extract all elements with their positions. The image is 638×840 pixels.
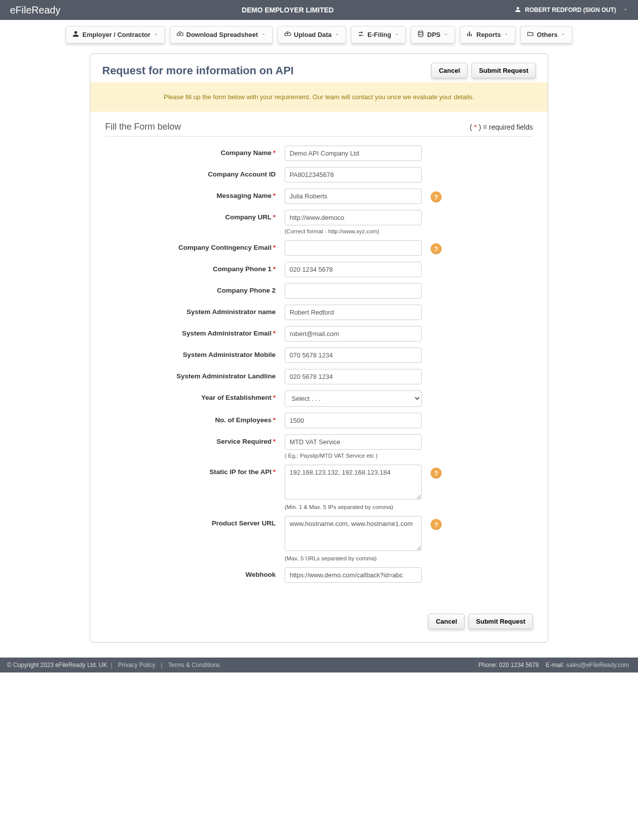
chevron-down-icon: [504, 31, 509, 38]
label-phone2: Company Phone 2: [105, 283, 285, 294]
submit-button-bottom[interactable]: Submit Request: [469, 614, 533, 629]
chevron-down-icon: [334, 31, 339, 38]
nav-others[interactable]: Others: [520, 26, 572, 43]
panel-title: Request for more information on API: [102, 64, 294, 77]
messaging-name-input[interactable]: [285, 188, 422, 204]
label-static-ip: Static IP for the API*: [105, 465, 285, 476]
label-admin-mobile: System Administrator Mobile: [105, 347, 285, 358]
year-est-select[interactable]: Select . . .: [285, 390, 422, 407]
label-admin-email: System Administrator Email*: [105, 326, 285, 337]
chevron-down-icon: [394, 31, 399, 38]
label-admin-landline: System Administrator Landline: [105, 369, 285, 380]
cancel-button[interactable]: Cancel: [431, 63, 468, 78]
folder-open-icon: [527, 30, 534, 39]
static-ip-textarea[interactable]: [285, 465, 422, 500]
footer-phone: 020 1234 5678: [499, 662, 539, 669]
company-url-hint: (Correct format - http://www.xyz.com): [285, 228, 422, 234]
phone2-input[interactable]: [285, 283, 422, 299]
account-id-input: [285, 167, 422, 182]
bar-chart-icon: [467, 30, 474, 39]
label-company-url: Company URL*: [105, 210, 285, 221]
admin-email-input[interactable]: [285, 326, 422, 341]
user-label: ROBERT REDFORD (SIGN OUT): [525, 6, 616, 13]
info-banner: Please fill up the form below with your …: [90, 82, 548, 112]
user-menu[interactable]: ROBERT REDFORD (SIGN OUT): [515, 6, 628, 14]
admin-landline-input[interactable]: [285, 369, 422, 384]
help-icon[interactable]: ?: [431, 243, 442, 254]
admin-mobile-input: [285, 347, 422, 363]
required-note: ( * ) = required fields: [470, 123, 533, 131]
employees-input[interactable]: [285, 413, 422, 428]
nav-label: Upload Data: [294, 31, 332, 38]
label-year-est: Year of Establishment*: [105, 390, 285, 401]
label-company-name: Company Name*: [105, 146, 285, 157]
form-subheader: Fill the Form below ( * ) = required fie…: [105, 122, 533, 137]
submit-button[interactable]: Submit Request: [472, 63, 536, 78]
panel-header: Request for more information on API Canc…: [90, 54, 548, 82]
cancel-button-bottom[interactable]: Cancel: [428, 614, 465, 629]
company-url-input[interactable]: [285, 210, 422, 225]
label-service-required: Service Required*: [105, 434, 285, 445]
service-required-input[interactable]: [285, 434, 422, 450]
user-icon: [72, 30, 79, 39]
brand-logo: eFileReady: [10, 4, 60, 16]
main-nav: Employer / Contractor Download Spreadshe…: [0, 20, 638, 53]
privacy-link[interactable]: Privacy Policy: [118, 662, 156, 669]
footer-copyright: © Copyright 2023 eFileReady Ltd. UK: [7, 662, 107, 669]
help-icon[interactable]: ?: [431, 519, 442, 530]
ip-hint: (Min. 1 & Max. 5 IPs separated by comma): [285, 504, 422, 510]
server-url-textarea[interactable]: [285, 516, 422, 551]
nav-upload[interactable]: Upload Data: [278, 26, 346, 43]
exchange-icon: [357, 30, 364, 39]
cloud-upload-icon: [284, 30, 291, 39]
nav-label: E-Filing: [367, 31, 391, 38]
nav-dps[interactable]: DPS: [411, 26, 455, 43]
header-company: DEMO EMPLOYER LIMITED: [60, 6, 515, 14]
label-employees: No. of Employees*: [105, 413, 285, 424]
nav-label: Employer / Contractor: [82, 31, 151, 38]
service-hint: ( Eg.: Payslip/MTD VAT Service etc ): [285, 453, 422, 459]
label-admin-name: System Administrator name: [105, 305, 285, 316]
chevron-down-icon: [444, 31, 449, 38]
nav-label: Download Spreadsheet: [186, 31, 258, 38]
top-bar: eFileReady DEMO EMPLOYER LIMITED ROBERT …: [0, 0, 638, 20]
company-name-input[interactable]: [285, 146, 422, 161]
label-webhook: Webhook: [105, 567, 285, 578]
nav-label: Others: [537, 31, 558, 38]
phone1-input[interactable]: [285, 262, 422, 277]
nav-label: Reports: [477, 31, 501, 38]
help-icon[interactable]: ?: [431, 468, 442, 479]
nav-employer[interactable]: Employer / Contractor: [66, 26, 165, 43]
footer-phone-label: Phone:: [478, 662, 499, 669]
form-subtitle: Fill the Form below: [105, 122, 181, 132]
server-hint: (Max. 5 URLs separated by comma): [285, 555, 422, 561]
webhook-input[interactable]: [285, 567, 422, 583]
chevron-down-icon: [623, 6, 628, 13]
nav-label: DPS: [427, 31, 441, 38]
label-account-id: Company Account ID: [105, 167, 285, 178]
contingency-email-input[interactable]: [285, 240, 422, 256]
footer-email[interactable]: sales@eFileReady.com: [566, 662, 629, 669]
nav-reports[interactable]: Reports: [460, 26, 515, 43]
label-server-url: Product Server URL: [105, 516, 285, 527]
chevron-down-icon: [261, 31, 266, 38]
help-icon[interactable]: ?: [431, 191, 442, 202]
label-messaging-name: Messaging Name*: [105, 188, 285, 199]
label-contingency-email: Company Contingency Email*: [105, 240, 285, 251]
label-phone1: Company Phone 1*: [105, 262, 285, 273]
footer-email-label: E-mail:: [546, 662, 564, 669]
cloud-download-icon: [176, 30, 183, 39]
nav-efiling[interactable]: E-Filing: [351, 26, 406, 43]
admin-name-input: [285, 305, 422, 320]
chevron-down-icon: [154, 31, 159, 38]
user-icon: [515, 6, 521, 14]
terms-link[interactable]: Terms & Conditions: [168, 662, 220, 669]
nav-download[interactable]: Download Spreadsheet: [170, 26, 273, 43]
footer: © Copyright 2023 eFileReady Ltd. UK | Pr…: [0, 658, 638, 672]
database-icon: [417, 30, 424, 39]
api-request-panel: Request for more information on API Canc…: [90, 53, 548, 643]
chevron-down-icon: [561, 31, 566, 38]
svg-point-0: [418, 31, 423, 32]
